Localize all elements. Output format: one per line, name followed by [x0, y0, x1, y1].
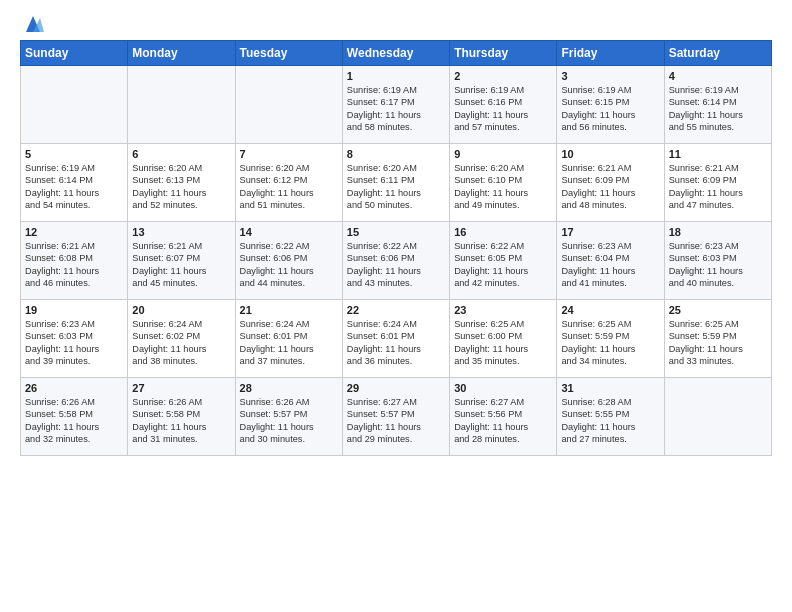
day-info: Sunrise: 6:27 AM Sunset: 5:57 PM Dayligh…: [347, 396, 445, 446]
day-number: 21: [240, 304, 338, 316]
day-number: 24: [561, 304, 659, 316]
weekday-header-monday: Monday: [128, 41, 235, 66]
calendar-cell: 4Sunrise: 6:19 AM Sunset: 6:14 PM Daylig…: [664, 66, 771, 144]
calendar-week-row: 5Sunrise: 6:19 AM Sunset: 6:14 PM Daylig…: [21, 144, 772, 222]
day-number: 5: [25, 148, 123, 160]
calendar-cell: 19Sunrise: 6:23 AM Sunset: 6:03 PM Dayli…: [21, 300, 128, 378]
day-info: Sunrise: 6:19 AM Sunset: 6:15 PM Dayligh…: [561, 84, 659, 134]
day-number: 20: [132, 304, 230, 316]
day-number: 1: [347, 70, 445, 82]
day-info: Sunrise: 6:19 AM Sunset: 6:14 PM Dayligh…: [25, 162, 123, 212]
weekday-header-friday: Friday: [557, 41, 664, 66]
day-number: 22: [347, 304, 445, 316]
weekday-header-sunday: Sunday: [21, 41, 128, 66]
day-number: 19: [25, 304, 123, 316]
page: SundayMondayTuesdayWednesdayThursdayFrid…: [0, 0, 792, 612]
calendar-cell: 25Sunrise: 6:25 AM Sunset: 5:59 PM Dayli…: [664, 300, 771, 378]
day-info: Sunrise: 6:21 AM Sunset: 6:07 PM Dayligh…: [132, 240, 230, 290]
day-info: Sunrise: 6:21 AM Sunset: 6:08 PM Dayligh…: [25, 240, 123, 290]
day-info: Sunrise: 6:25 AM Sunset: 5:59 PM Dayligh…: [561, 318, 659, 368]
calendar-cell: 11Sunrise: 6:21 AM Sunset: 6:09 PM Dayli…: [664, 144, 771, 222]
calendar-cell: 13Sunrise: 6:21 AM Sunset: 6:07 PM Dayli…: [128, 222, 235, 300]
calendar-cell: 31Sunrise: 6:28 AM Sunset: 5:55 PM Dayli…: [557, 378, 664, 456]
day-info: Sunrise: 6:27 AM Sunset: 5:56 PM Dayligh…: [454, 396, 552, 446]
calendar-cell: 5Sunrise: 6:19 AM Sunset: 6:14 PM Daylig…: [21, 144, 128, 222]
calendar-cell: 14Sunrise: 6:22 AM Sunset: 6:06 PM Dayli…: [235, 222, 342, 300]
calendar-cell: [664, 378, 771, 456]
day-number: 12: [25, 226, 123, 238]
day-info: Sunrise: 6:26 AM Sunset: 5:57 PM Dayligh…: [240, 396, 338, 446]
calendar-cell: 23Sunrise: 6:25 AM Sunset: 6:00 PM Dayli…: [450, 300, 557, 378]
calendar-cell: 3Sunrise: 6:19 AM Sunset: 6:15 PM Daylig…: [557, 66, 664, 144]
calendar-cell: 24Sunrise: 6:25 AM Sunset: 5:59 PM Dayli…: [557, 300, 664, 378]
day-info: Sunrise: 6:19 AM Sunset: 6:14 PM Dayligh…: [669, 84, 767, 134]
day-number: 7: [240, 148, 338, 160]
day-info: Sunrise: 6:20 AM Sunset: 6:10 PM Dayligh…: [454, 162, 552, 212]
calendar-cell: 28Sunrise: 6:26 AM Sunset: 5:57 PM Dayli…: [235, 378, 342, 456]
day-number: 31: [561, 382, 659, 394]
calendar-cell: 16Sunrise: 6:22 AM Sunset: 6:05 PM Dayli…: [450, 222, 557, 300]
day-number: 18: [669, 226, 767, 238]
calendar-cell: 30Sunrise: 6:27 AM Sunset: 5:56 PM Dayli…: [450, 378, 557, 456]
day-info: Sunrise: 6:22 AM Sunset: 6:05 PM Dayligh…: [454, 240, 552, 290]
weekday-header-tuesday: Tuesday: [235, 41, 342, 66]
day-number: 13: [132, 226, 230, 238]
day-info: Sunrise: 6:26 AM Sunset: 5:58 PM Dayligh…: [25, 396, 123, 446]
calendar-cell: [21, 66, 128, 144]
day-number: 11: [669, 148, 767, 160]
day-info: Sunrise: 6:19 AM Sunset: 6:16 PM Dayligh…: [454, 84, 552, 134]
day-info: Sunrise: 6:20 AM Sunset: 6:12 PM Dayligh…: [240, 162, 338, 212]
day-info: Sunrise: 6:22 AM Sunset: 6:06 PM Dayligh…: [347, 240, 445, 290]
day-info: Sunrise: 6:23 AM Sunset: 6:04 PM Dayligh…: [561, 240, 659, 290]
calendar-cell: 26Sunrise: 6:26 AM Sunset: 5:58 PM Dayli…: [21, 378, 128, 456]
day-number: 4: [669, 70, 767, 82]
weekday-header-row: SundayMondayTuesdayWednesdayThursdayFrid…: [21, 41, 772, 66]
day-number: 17: [561, 226, 659, 238]
calendar-cell: 20Sunrise: 6:24 AM Sunset: 6:02 PM Dayli…: [128, 300, 235, 378]
day-number: 28: [240, 382, 338, 394]
day-number: 14: [240, 226, 338, 238]
header: [20, 16, 772, 30]
calendar-cell: 17Sunrise: 6:23 AM Sunset: 6:04 PM Dayli…: [557, 222, 664, 300]
calendar-cell: 12Sunrise: 6:21 AM Sunset: 6:08 PM Dayli…: [21, 222, 128, 300]
day-info: Sunrise: 6:19 AM Sunset: 6:17 PM Dayligh…: [347, 84, 445, 134]
calendar-cell: 7Sunrise: 6:20 AM Sunset: 6:12 PM Daylig…: [235, 144, 342, 222]
weekday-header-wednesday: Wednesday: [342, 41, 449, 66]
day-info: Sunrise: 6:23 AM Sunset: 6:03 PM Dayligh…: [669, 240, 767, 290]
day-number: 2: [454, 70, 552, 82]
day-number: 10: [561, 148, 659, 160]
calendar-cell: 8Sunrise: 6:20 AM Sunset: 6:11 PM Daylig…: [342, 144, 449, 222]
day-number: 25: [669, 304, 767, 316]
day-info: Sunrise: 6:26 AM Sunset: 5:58 PM Dayligh…: [132, 396, 230, 446]
logo: [20, 16, 44, 30]
calendar-cell: 22Sunrise: 6:24 AM Sunset: 6:01 PM Dayli…: [342, 300, 449, 378]
weekday-header-thursday: Thursday: [450, 41, 557, 66]
calendar-cell: 2Sunrise: 6:19 AM Sunset: 6:16 PM Daylig…: [450, 66, 557, 144]
day-number: 8: [347, 148, 445, 160]
day-info: Sunrise: 6:25 AM Sunset: 6:00 PM Dayligh…: [454, 318, 552, 368]
day-number: 9: [454, 148, 552, 160]
day-number: 30: [454, 382, 552, 394]
calendar-cell: 29Sunrise: 6:27 AM Sunset: 5:57 PM Dayli…: [342, 378, 449, 456]
day-info: Sunrise: 6:24 AM Sunset: 6:01 PM Dayligh…: [240, 318, 338, 368]
calendar-cell: 6Sunrise: 6:20 AM Sunset: 6:13 PM Daylig…: [128, 144, 235, 222]
day-info: Sunrise: 6:21 AM Sunset: 6:09 PM Dayligh…: [561, 162, 659, 212]
day-number: 23: [454, 304, 552, 316]
day-number: 6: [132, 148, 230, 160]
calendar-week-row: 1Sunrise: 6:19 AM Sunset: 6:17 PM Daylig…: [21, 66, 772, 144]
calendar-table: SundayMondayTuesdayWednesdayThursdayFrid…: [20, 40, 772, 456]
day-info: Sunrise: 6:24 AM Sunset: 6:01 PM Dayligh…: [347, 318, 445, 368]
day-info: Sunrise: 6:28 AM Sunset: 5:55 PM Dayligh…: [561, 396, 659, 446]
weekday-header-saturday: Saturday: [664, 41, 771, 66]
calendar-cell: 10Sunrise: 6:21 AM Sunset: 6:09 PM Dayli…: [557, 144, 664, 222]
day-number: 27: [132, 382, 230, 394]
day-number: 29: [347, 382, 445, 394]
day-info: Sunrise: 6:22 AM Sunset: 6:06 PM Dayligh…: [240, 240, 338, 290]
calendar-cell: 9Sunrise: 6:20 AM Sunset: 6:10 PM Daylig…: [450, 144, 557, 222]
day-info: Sunrise: 6:25 AM Sunset: 5:59 PM Dayligh…: [669, 318, 767, 368]
day-number: 3: [561, 70, 659, 82]
calendar-cell: [235, 66, 342, 144]
calendar-cell: 18Sunrise: 6:23 AM Sunset: 6:03 PM Dayli…: [664, 222, 771, 300]
day-info: Sunrise: 6:24 AM Sunset: 6:02 PM Dayligh…: [132, 318, 230, 368]
calendar-cell: 15Sunrise: 6:22 AM Sunset: 6:06 PM Dayli…: [342, 222, 449, 300]
